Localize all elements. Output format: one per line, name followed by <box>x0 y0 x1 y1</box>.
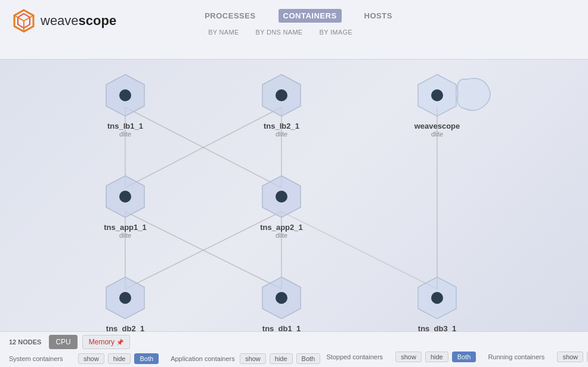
hex-icon <box>258 274 305 322</box>
memory-btn[interactable]: Memory 📌 <box>82 335 130 349</box>
hex-icon <box>413 71 461 119</box>
tab-hosts[interactable]: HOSTS <box>360 9 397 23</box>
hex-icon <box>413 274 461 322</box>
stopped-hide-btn[interactable]: hide <box>425 352 448 362</box>
node-tns-lb1-1[interactable]: tns_lb1_1 dlite <box>101 71 149 138</box>
filter-stopped-running: Stopped containers show hide Both Runnin… <box>326 352 588 362</box>
blob-icon <box>455 74 491 113</box>
cpu-btn[interactable]: CPU <box>49 335 77 349</box>
stopped-both-btn[interactable]: Both <box>452 352 476 362</box>
svg-point-16 <box>119 89 131 101</box>
node-label: tns_app2_1 <box>260 223 303 232</box>
filter-running: Running containers show hide Both <box>488 352 588 362</box>
hex-icon <box>101 173 149 220</box>
app-hide-btn[interactable]: hide <box>270 353 293 364</box>
node-tns-app2-1[interactable]: tns_app2_1 dlite <box>258 173 305 239</box>
node-sublabel: dlite <box>119 232 131 239</box>
node-weavescope[interactable]: weavescope dlite <box>413 71 461 138</box>
node-sublabel: dlite <box>119 130 131 138</box>
hex-icon <box>258 71 305 119</box>
logo-text: weavescope <box>41 13 116 29</box>
nav-tabs: PROCESSES CONTAINERS HOSTS BY NAME BY DN… <box>200 9 397 37</box>
nav-row1: PROCESSES CONTAINERS HOSTS <box>200 9 397 23</box>
subtab-by-dns-name[interactable]: BY DNS NAME <box>253 27 305 37</box>
bottom-top-row: 12 NODES CPU Memory 📌 <box>9 335 320 349</box>
svg-point-24 <box>276 191 287 203</box>
logo: weavescope <box>12 9 116 33</box>
node-sublabel: dlite <box>276 232 287 239</box>
svg-point-22 <box>119 191 131 203</box>
node-sublabel: dlite <box>431 130 443 138</box>
node-sublabel: dlite <box>276 130 287 138</box>
svg-point-30 <box>431 292 443 304</box>
filter-system-containers: System containers show hide Both <box>9 353 159 364</box>
canvas: tns_lb1_1 dlite tns_lb2_1 dlite weavesco… <box>0 60 588 331</box>
tab-processes[interactable]: PROCESSES <box>200 9 260 23</box>
system-show-btn[interactable]: show <box>78 353 104 364</box>
svg-point-18 <box>276 89 287 101</box>
system-both-btn[interactable]: Both <box>134 353 159 364</box>
filter-bottom-row: Stopped containers show hide Both Runnin… <box>326 337 588 362</box>
bottom-left: 12 NODES CPU Memory 📌 System containers … <box>9 335 320 364</box>
node-tns-db1-1[interactable]: tns_db1_1 dlite <box>258 274 305 331</box>
app-both-btn[interactable]: Both <box>296 353 321 364</box>
node-tns-lb2-1[interactable]: tns_lb2_1 dlite <box>258 71 305 138</box>
header: weavescope PROCESSES CONTAINERS HOSTS BY… <box>0 0 588 60</box>
node-label: tns_app1_1 <box>104 223 147 232</box>
tab-containers[interactable]: CONTAINERS <box>278 9 342 23</box>
subtab-by-image[interactable]: BY IMAGE <box>317 27 355 37</box>
svg-point-20 <box>431 89 443 101</box>
nav-row2: BY NAME BY DNS NAME BY IMAGE <box>206 27 397 37</box>
hex-icon <box>101 71 149 119</box>
stopped-show-btn[interactable]: show <box>395 352 422 362</box>
filter-app-containers: Application containers show hide Both <box>171 353 320 364</box>
node-label: tns_lb1_1 <box>107 122 143 130</box>
app-show-btn[interactable]: show <box>240 353 266 364</box>
filter-label-running: Running containers <box>488 353 553 360</box>
node-tns-db2-1[interactable]: tns_db2_1 dlite <box>101 274 149 331</box>
node-tns-app1-1[interactable]: tns_app1_1 dlite <box>101 173 149 239</box>
system-hide-btn[interactable]: hide <box>108 353 131 364</box>
filter-label-app: Application containers <box>171 355 236 362</box>
svg-point-28 <box>276 292 287 304</box>
filter-label-stopped: Stopped containers <box>326 353 392 360</box>
filter-stopped: Stopped containers show hide Both <box>326 352 476 362</box>
filter-label-system: System containers <box>9 355 75 362</box>
logo-icon <box>12 9 36 33</box>
node-label: tns_db1_1 <box>262 324 301 331</box>
running-show-btn[interactable]: show <box>557 352 583 362</box>
svg-point-26 <box>119 292 131 304</box>
bottom-bar: 12 NODES CPU Memory 📌 System containers … <box>0 331 588 367</box>
node-tns-db3-1[interactable]: tns_db3_1 dlite <box>413 274 461 331</box>
node-count: 12 NODES <box>9 338 41 346</box>
node-label: tns_db2_1 <box>106 324 144 331</box>
node-label: tns_lb2_1 <box>264 122 299 130</box>
hex-icon <box>258 173 305 220</box>
hex-icon <box>101 274 149 322</box>
node-label: tns_db3_1 <box>418 324 456 331</box>
node-label: weavescope <box>414 122 460 130</box>
subtab-by-name[interactable]: BY NAME <box>206 27 241 37</box>
